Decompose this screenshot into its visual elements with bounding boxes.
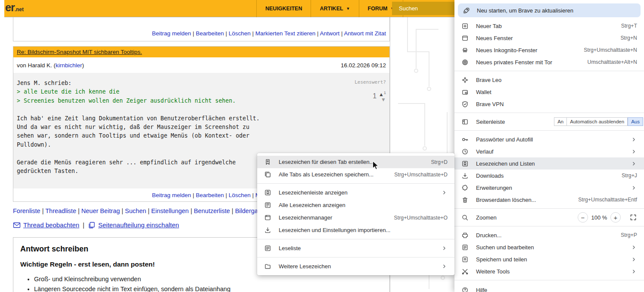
sidebar-option-aus[interactable]: Aus	[628, 117, 643, 126]
link[interactable]: Einstellungen	[151, 207, 189, 214]
bookmark-all-tabs-icon	[264, 171, 271, 178]
pagination-toggle-link[interactable]: Seitenaufteilung einschalten	[98, 221, 179, 229]
post-meta: von Harald K. (kirnbichler) 16.02.2026 0…	[13, 57, 389, 73]
zoom-icon	[461, 214, 469, 221]
brave-menu: Neu starten, um Brave zu aktualisieren N…	[454, 0, 644, 292]
chevron-right-icon	[441, 189, 448, 196]
link[interactable]: Antwort mit Zitat	[344, 30, 386, 37]
menu-item-reading-list[interactable]: Leseliste	[257, 242, 454, 254]
sidebar-mode-control: An Automatisch ausblenden Aus	[554, 117, 643, 126]
menu-separator	[454, 208, 644, 209]
fullscreen-icon[interactable]	[629, 214, 637, 221]
link[interactable]: Forenliste	[13, 207, 40, 214]
link[interactable]: Markierten Text zitieren	[255, 30, 315, 37]
menu-separator	[257, 257, 454, 257]
link[interactable]: Bearbeiten	[196, 192, 224, 198]
bookmark-manager-icon	[264, 214, 271, 221]
vote-down-button[interactable]: ▼	[379, 97, 386, 102]
menu-item-clear-browsing-data[interactable]: Browserdaten löschen... Strg+Umschalttas…	[454, 194, 644, 206]
menu-item-label: Browserdaten löschen...	[476, 197, 569, 203]
bookmarks-icon	[461, 160, 469, 167]
vote-up-button[interactable]: ▲1	[379, 90, 386, 97]
menu-item-brave-vpn[interactable]: Brave VPN	[454, 98, 644, 110]
separator: |	[191, 192, 196, 198]
sidebar-option-an[interactable]: An	[554, 117, 567, 126]
menu-item-update-brave[interactable]: Neu starten, um Brave zu aktualisieren	[458, 3, 641, 17]
menu-item-new-tor-window[interactable]: Neues privates Fenster mit Tor Umschaltt…	[454, 56, 644, 68]
vote-widget: Lesenswert? 1 ▲1 ▼	[355, 78, 386, 102]
menu-item-print[interactable]: Drucken... Strg+P	[454, 229, 644, 241]
menu-item-new-window[interactable]: Neues Fenster Strg+N	[454, 32, 644, 44]
site-logo[interactable]: er.net	[5, 1, 24, 14]
tools-icon	[461, 268, 469, 275]
menu-item-label: Weitere Lesezeichen	[279, 263, 432, 270]
link[interactable]: Bearbeiten	[196, 30, 224, 37]
menu-item-label: Neues Fenster	[476, 35, 611, 41]
nav-label: ARTIKEL	[320, 6, 343, 12]
menu-item-wallet[interactable]: Wallet	[454, 86, 644, 98]
menu-item-new-tab[interactable]: Neuer Tab Strg+T	[454, 20, 644, 32]
menu-item-label: Neues Inkognito-Fenster	[476, 47, 574, 53]
menu-item-downloads[interactable]: Downloads Strg+J	[454, 170, 644, 182]
sidebar-icon	[461, 118, 469, 126]
bookmark-submenu: Lesezeichen für diesen Tab erstellen... …	[257, 153, 454, 275]
link[interactable]: Beitrag melden	[152, 30, 191, 37]
menu-item-import-bookmarks[interactable]: Lesezeichen und Einstellungen importiere…	[257, 224, 454, 236]
menu-item-bookmark-this-tab[interactable]: Lesezeichen für diesen Tab erstellen... …	[257, 156, 454, 168]
link[interactable]: Neuer Beitrag	[81, 207, 120, 214]
menu-item-label: Weitere Tools	[476, 268, 621, 275]
separator: |	[40, 207, 46, 214]
footer-link-list: Forenliste | Threadliste | Neuer Beitrag…	[13, 207, 270, 214]
menu-shortcut: Strg+D	[431, 159, 448, 165]
menu-item-bookmarks-and-lists[interactable]: Lesezeichen und Listen	[454, 157, 644, 170]
link[interactable]: Beitrag melden	[152, 192, 191, 198]
nav-label: FORUM	[368, 6, 388, 12]
menu-item-other-bookmarks[interactable]: Weitere Lesezeichen	[257, 260, 454, 273]
link[interactable]: Suchen	[125, 207, 146, 214]
menu-item-help[interactable]: Hilfe	[454, 284, 644, 292]
menu-item-save-all-tabs[interactable]: Alle Tabs als Lesezeichen speichern... S…	[257, 168, 454, 181]
link[interactable]: Threadliste	[45, 207, 76, 214]
menu-shortcut: Strg+Umschalttaste+Entf	[578, 197, 637, 203]
menu-item-label: Speichern und teilen	[476, 256, 621, 263]
link[interactable]: Löschen	[229, 30, 251, 37]
puzzle-icon	[461, 184, 469, 192]
menu-item-show-all-bookmarks[interactable]: Alle Lesezeichen anzeigen	[257, 199, 454, 211]
menu-shortcut: Strg+P	[621, 232, 637, 238]
menu-item-label: Passwörter und Autofill	[476, 136, 621, 143]
history-icon	[461, 148, 469, 155]
post-title-link[interactable]: Re: Bildschirm-Snapshot MIT sichbaren To…	[17, 49, 142, 55]
post-body-line: > Screenies benutzen wollen den Zeiger a…	[17, 97, 338, 105]
find-edit-icon	[461, 244, 469, 251]
menu-item-label: Lesezeichenleiste anzeigen	[279, 189, 432, 196]
menu-item-bookmark-manager[interactable]: Lesezeichenmanager Strg+Umschalttaste+O	[257, 211, 454, 224]
menu-item-more-tools[interactable]: Weitere Tools	[454, 265, 644, 277]
menu-item-extensions[interactable]: Erweiterungen	[454, 182, 644, 194]
nav-neuigkeiten[interactable]: NEUIGKEITEN	[256, 0, 311, 17]
menu-item-history[interactable]: Verlauf	[454, 145, 644, 157]
author-link[interactable]: kirnbichler	[56, 62, 82, 69]
pages-icon	[88, 222, 96, 229]
sidebar-option-auto[interactable]: Automatisch ausblenden	[567, 117, 628, 126]
trash-icon	[461, 196, 469, 204]
menu-item-show-bookmarks-bar[interactable]: Lesezeichenleiste anzeigen	[257, 186, 454, 199]
post-body-line: Pulldown).	[17, 141, 338, 149]
watch-thread-link[interactable]: Thread beobachten	[23, 221, 79, 229]
menu-item-save-and-share[interactable]: Speichern und teilen	[454, 253, 644, 265]
menu-separator	[454, 113, 644, 113]
menu-item-brave-leo[interactable]: Brave Leo	[454, 74, 644, 86]
menu-item-find-and-edit[interactable]: Suchen und bearbeiten	[454, 241, 644, 253]
zoom-out-button[interactable]: −	[578, 212, 588, 223]
zoom-in-button[interactable]: +	[610, 212, 621, 223]
menu-shortcut: Strg+Umschalttaste+N	[584, 47, 637, 53]
link[interactable]: Löschen	[229, 192, 251, 198]
link[interactable]: Benutzerliste	[194, 207, 230, 214]
link[interactable]: Antwort	[320, 30, 339, 37]
all-bookmarks-icon	[264, 201, 271, 209]
menu-item-passwords-autofill[interactable]: Passwörter und Autofill	[454, 133, 644, 145]
thread-actions: Thread beobachten | Seitenaufteilung ein…	[13, 221, 179, 229]
menu-item-label: Brave VPN	[476, 101, 637, 107]
chevron-right-icon	[441, 263, 448, 270]
menu-item-new-incognito-window[interactable]: Neues Inkognito-Fenster Strg+Umschalttas…	[454, 44, 644, 56]
nav-artikel[interactable]: ARTIKEL ▼	[311, 0, 358, 17]
